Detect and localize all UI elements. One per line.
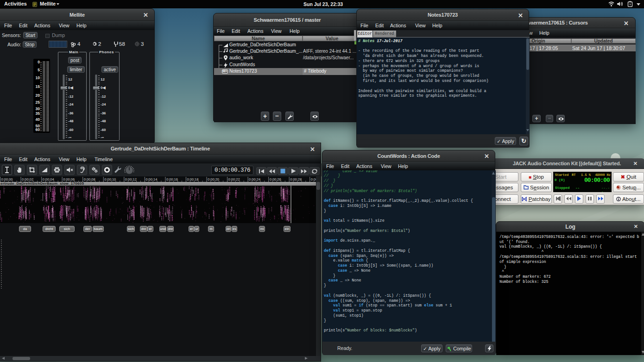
svg-text:0:00:16: 0:00:16 <box>166 177 178 181</box>
svg-text:0:00:20: 0:00:20 <box>208 177 219 181</box>
svg-text:0:00:18: 0:00:18 <box>187 177 198 181</box>
svg-text:0:00:02: 0:00:02 <box>22 177 33 181</box>
svg-text:0:00:04: 0:00:04 <box>43 177 54 181</box>
svg-text:0:00:26: 0:00:26 <box>270 177 281 181</box>
svg-text:0:00:08: 0:00:08 <box>84 177 95 181</box>
svg-text:0:00:30: 0:00:30 <box>311 177 316 181</box>
svg-text:0:00:00: 0:00:00 <box>1 177 13 181</box>
svg-text:0:00:28: 0:00:28 <box>290 177 302 181</box>
svg-text:0:00:24: 0:00:24 <box>249 177 260 181</box>
svg-text:0:00:14: 0:00:14 <box>145 177 157 181</box>
svg-text:0:00:06: 0:00:06 <box>63 177 75 181</box>
svg-text:0:00:12: 0:00:12 <box>125 177 137 181</box>
svg-text:0:00:10: 0:00:10 <box>104 177 116 181</box>
svg-text:0:00:22: 0:00:22 <box>228 177 240 181</box>
